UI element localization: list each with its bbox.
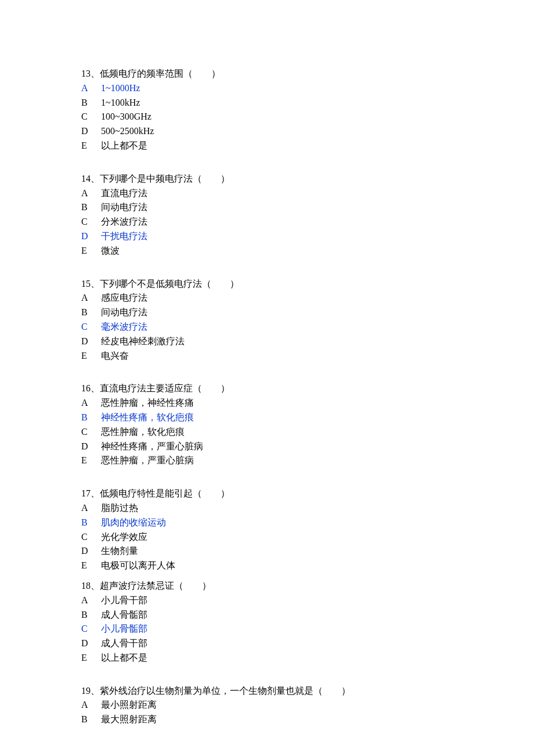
question-13: 13、低频电疗的频率范围（ ）A1~1000HzB1~100kHzC100~30… bbox=[81, 67, 453, 153]
option-row: A恶性肿瘤，神经性疼痛 bbox=[81, 396, 453, 411]
option-row: C分米波疗法 bbox=[81, 215, 453, 229]
option-row: E微波 bbox=[81, 244, 453, 258]
option-letter: E bbox=[81, 559, 101, 573]
option-text: 以上都不是 bbox=[101, 139, 147, 153]
option-text: 间动电疗法 bbox=[101, 200, 147, 215]
spacer bbox=[81, 159, 453, 172]
option-letter: C bbox=[81, 530, 101, 545]
option-text: 成人骨骺部 bbox=[101, 608, 147, 622]
option-text: 神经性疼痛，严重心脏病 bbox=[101, 440, 203, 454]
option-row: C毫米波疗法 bbox=[81, 320, 453, 334]
option-text: 电极可以离开人体 bbox=[101, 559, 175, 573]
spacer bbox=[81, 671, 453, 684]
option-letter: A bbox=[81, 81, 101, 96]
option-letter: C bbox=[81, 320, 101, 334]
question-15: 15、下列哪个不是低频电疗法（ ）A感应电疗法B间动电疗法C毫米波疗法D经皮电神… bbox=[81, 277, 453, 363]
option-letter: E bbox=[81, 651, 101, 665]
question-17: 17、低频电疗特性是能引起（ ）A脂肪过热B肌肉的收缩运动C光化学效应D生物剂量… bbox=[81, 487, 453, 573]
option-letter: C bbox=[81, 110, 101, 124]
option-row: D500~2500kHz bbox=[81, 124, 453, 139]
option-row: B神经性疼痛，软化疤痕 bbox=[81, 411, 453, 425]
option-row: C恶性肿瘤，软化疤痕 bbox=[81, 425, 453, 440]
option-letter: E bbox=[81, 244, 101, 258]
option-text: 生物剂量 bbox=[101, 544, 138, 559]
option-row: D生物剂量 bbox=[81, 544, 453, 559]
option-text: 小儿骨干部 bbox=[101, 593, 147, 608]
option-letter: A bbox=[81, 186, 101, 201]
option-letter: D bbox=[81, 544, 101, 559]
option-row: A脂肪过热 bbox=[81, 501, 453, 516]
option-letter: C bbox=[81, 215, 101, 229]
option-row: E电极可以离开人体 bbox=[81, 559, 453, 573]
spacer bbox=[81, 474, 453, 487]
option-letter: A bbox=[81, 291, 101, 305]
option-row: C100~300GHz bbox=[81, 110, 453, 124]
option-row: D经皮电神经刺激疗法 bbox=[81, 334, 453, 349]
option-row: A1~1000Hz bbox=[81, 81, 453, 96]
option-row: E电兴奋 bbox=[81, 349, 453, 363]
option-letter: A bbox=[81, 501, 101, 516]
option-letter: B bbox=[81, 712, 101, 727]
option-row: B间动电疗法 bbox=[81, 200, 453, 215]
option-letter: E bbox=[81, 139, 101, 153]
option-letter: D bbox=[81, 229, 101, 244]
option-letter: A bbox=[81, 396, 101, 411]
question-stem: 18、超声波疗法禁忌证（ ） bbox=[81, 579, 453, 593]
page-root: 13、低频电疗的频率范围（ ）A1~1000HzB1~100kHzC100~30… bbox=[0, 0, 534, 756]
option-text: 1~1000Hz bbox=[101, 81, 140, 96]
option-letter: B bbox=[81, 411, 101, 425]
option-text: 以上都不是 bbox=[101, 651, 147, 665]
option-letter: B bbox=[81, 305, 101, 320]
question-stem: 13、低频电疗的频率范围（ ） bbox=[81, 67, 453, 81]
option-text: 最大照射距离 bbox=[101, 712, 157, 727]
option-letter: B bbox=[81, 608, 101, 622]
option-text: 500~2500kHz bbox=[101, 124, 154, 139]
question-16: 16、直流电疗法主要适应症（ ）A恶性肿瘤，神经性疼痛B神经性疼痛，软化疤痕C恶… bbox=[81, 381, 453, 468]
question-14: 14、下列哪个是中频电疗法（ ）A直流电疗法B间动电疗法C分米波疗法D干扰电疗法… bbox=[81, 172, 453, 258]
spacer bbox=[81, 264, 453, 277]
option-text: 恶性肿瘤，软化疤痕 bbox=[101, 425, 185, 440]
option-row: D成人骨干部 bbox=[81, 636, 453, 651]
option-text: 分米波疗法 bbox=[101, 215, 147, 229]
option-text: 毫米波疗法 bbox=[101, 320, 147, 334]
option-text: 成人骨干部 bbox=[101, 636, 147, 651]
option-letter: B bbox=[81, 96, 101, 110]
option-text: 小儿骨骺部 bbox=[101, 622, 147, 636]
option-text: 经皮电神经刺激疗法 bbox=[101, 334, 185, 349]
option-text: 恶性肿瘤，神经性疼痛 bbox=[101, 396, 194, 411]
option-row: B肌肉的收缩运动 bbox=[81, 516, 453, 530]
option-row: A感应电疗法 bbox=[81, 291, 453, 305]
option-letter: D bbox=[81, 334, 101, 349]
option-row: A最小照射距离 bbox=[81, 698, 453, 712]
option-text: 恶性肿瘤，严重心脏病 bbox=[101, 453, 194, 468]
option-text: 脂肪过热 bbox=[101, 501, 138, 516]
option-text: 间动电疗法 bbox=[101, 305, 147, 320]
option-letter: D bbox=[81, 440, 101, 454]
question-stem: 14、下列哪个是中频电疗法（ ） bbox=[81, 172, 453, 186]
option-text: 肌肉的收缩运动 bbox=[101, 516, 166, 530]
option-letter: E bbox=[81, 349, 101, 363]
option-row: A小儿骨干部 bbox=[81, 593, 453, 608]
option-text: 最小照射距离 bbox=[101, 698, 157, 712]
option-text: 光化学效应 bbox=[101, 530, 147, 545]
option-row: B最大照射距离 bbox=[81, 712, 453, 727]
option-row: B成人骨骺部 bbox=[81, 608, 453, 622]
question-stem: 19、紫外线治疗以生物剂量为单位，一个生物剂量也就是（ ） bbox=[81, 684, 453, 699]
option-letter: D bbox=[81, 124, 101, 139]
question-stem: 17、低频电疗特性是能引起（ ） bbox=[81, 487, 453, 501]
option-text: 1~100kHz bbox=[101, 96, 140, 110]
option-text: 直流电疗法 bbox=[101, 186, 147, 201]
option-text: 电兴奋 bbox=[101, 349, 129, 363]
option-row: B间动电疗法 bbox=[81, 305, 453, 320]
question-stem: 16、直流电疗法主要适应症（ ） bbox=[81, 381, 453, 396]
option-text: 100~300GHz bbox=[101, 110, 151, 124]
option-row: E以上都不是 bbox=[81, 139, 453, 153]
question-stem: 15、下列哪个不是低频电疗法（ ） bbox=[81, 277, 453, 291]
option-text: 微波 bbox=[101, 244, 120, 258]
question-19: 19、紫外线治疗以生物剂量为单位，一个生物剂量也就是（ ）A最小照射距离B最大照… bbox=[81, 684, 453, 727]
option-row: E恶性肿瘤，严重心脏病 bbox=[81, 453, 453, 468]
option-letter: A bbox=[81, 698, 101, 712]
option-row: D干扰电疗法 bbox=[81, 229, 453, 244]
option-letter: E bbox=[81, 453, 101, 468]
option-row: C光化学效应 bbox=[81, 530, 453, 545]
